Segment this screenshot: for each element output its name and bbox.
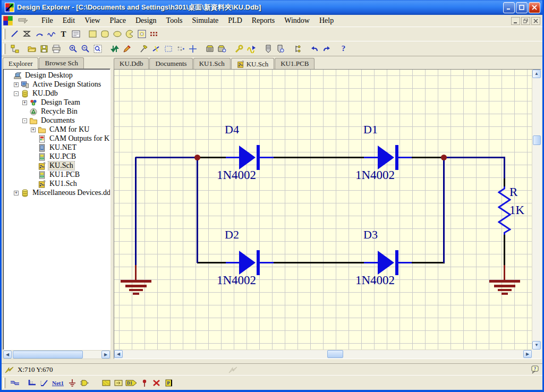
scroll-thumb[interactable] (327, 350, 343, 358)
doc-tab-ku-sch[interactable]: KU.Sch (231, 58, 275, 70)
part-D2[interactable]: 1N4002 (217, 274, 256, 287)
wire[interactable] (197, 262, 227, 263)
library-components-icon[interactable] (203, 43, 216, 55)
menu-hand-icon[interactable] (16, 16, 32, 25)
break-wire-icon[interactable] (150, 43, 162, 55)
tree-label[interactable]: KU1.Sch (48, 180, 78, 188)
array-paste-tool-icon[interactable] (148, 28, 160, 40)
pcb-directive-tool-icon[interactable]: P (163, 377, 175, 389)
menu-edit[interactable]: Edit (58, 15, 80, 26)
graphic-tool-icon[interactable] (135, 28, 148, 40)
tab-browse-sch[interactable]: Browse Sch (39, 57, 83, 69)
zoom-in-icon[interactable] (67, 43, 79, 55)
simulate-run-icon[interactable] (245, 43, 257, 55)
menu-file[interactable]: File (37, 15, 58, 26)
diode-lead[interactable] (226, 157, 240, 158)
expander[interactable]: - (14, 91, 19, 96)
tree-label[interactable]: Active Design Stations (31, 80, 102, 89)
tree-label[interactable]: KU.PCB (48, 152, 77, 161)
shield-find-icon[interactable] (274, 43, 286, 55)
scroll-down-arrow[interactable]: ▼ (532, 341, 541, 350)
diode-lead[interactable] (226, 262, 240, 263)
toolbar-grip[interactable] (3, 29, 6, 39)
tree-item-design-desktop[interactable]: Design Desktop (5, 71, 110, 80)
value-R[interactable]: 1K (509, 203, 524, 217)
diode-lead[interactable] (364, 262, 379, 263)
tree-item-recycle-bin[interactable]: Recycle Bin (5, 107, 110, 116)
text-frame-tool-icon[interactable] (70, 28, 82, 40)
scroll-right-arrow[interactable]: ▶ (101, 351, 110, 359)
panel-horizontal-scrollbar[interactable]: ◀ ▶ (3, 350, 110, 359)
bus-tool-icon[interactable] (26, 377, 38, 389)
tree-label[interactable]: KU.NET (48, 143, 78, 152)
cutter-icon[interactable] (138, 43, 150, 55)
menu-pld[interactable]: PLD (223, 15, 246, 26)
sheet-entry-tool-icon[interactable] (112, 377, 124, 389)
tree-item-miscellaneous-devices[interactable]: + Miscellaneous Devices.ddb (5, 189, 110, 197)
tree-label[interactable]: Design Desktop (24, 71, 74, 80)
tree-label[interactable]: Miscellaneous Devices.ddb (31, 189, 110, 197)
tree-item-ku-pcb[interactable]: KU.PCB (5, 152, 110, 161)
toolbar-grip[interactable] (3, 44, 6, 54)
part-D4[interactable]: 1N4002 (217, 168, 256, 182)
redo-icon[interactable] (320, 43, 333, 55)
diode-D1[interactable] (378, 144, 400, 171)
scroll-thumb[interactable] (13, 351, 83, 359)
wire[interactable] (504, 234, 505, 266)
tree-label[interactable]: Documents (40, 116, 76, 125)
wire-tool-icon[interactable] (8, 377, 21, 389)
diode-D4[interactable] (239, 144, 261, 171)
refdes-R[interactable]: R (509, 185, 517, 199)
tree-label[interactable]: KU.Ddb (31, 89, 59, 98)
print-icon[interactable] (50, 43, 62, 55)
navigate-updown-icon[interactable] (108, 43, 121, 55)
scroll-thumb[interactable] (533, 135, 541, 145)
minimize-button[interactable] (503, 2, 515, 13)
tree-item-ku1-sch[interactable]: KU1.Sch (5, 180, 110, 188)
expander[interactable]: - (22, 118, 27, 123)
title-bar[interactable]: Design Explorer - [C:\Documents and Sett… (2, 0, 542, 15)
save-icon[interactable] (38, 43, 50, 55)
crosshair-icon[interactable] (186, 43, 199, 55)
tree-label[interactable]: Recycle Bin (40, 107, 79, 116)
polygon-tool-icon[interactable] (21, 28, 33, 40)
refdes-D3[interactable]: D3 (363, 228, 378, 242)
scroll-left-arrow[interactable]: ◀ (114, 350, 123, 358)
tree-label[interactable]: KU1.PCB (48, 171, 81, 179)
scroll-left-arrow[interactable]: ◀ (3, 351, 12, 359)
zoom-area-icon[interactable] (91, 43, 104, 55)
port-tool-icon[interactable]: D1 (124, 377, 138, 389)
zoom-out-icon[interactable] (79, 43, 91, 55)
library-browse-icon[interactable] (216, 43, 228, 55)
pie-tool-icon[interactable] (123, 28, 135, 40)
scroll-right-arrow[interactable]: ▶ (523, 350, 532, 358)
wire[interactable] (135, 157, 137, 266)
expander[interactable]: + (14, 191, 19, 195)
rectangle-tool-icon[interactable] (87, 28, 99, 40)
edit-wand-icon[interactable] (121, 43, 133, 55)
doc-tab-ku1-pcb[interactable]: KU1.PCB (275, 58, 314, 69)
menu-place[interactable]: Place (105, 15, 131, 26)
expander[interactable]: + (31, 127, 36, 132)
tree-item-design-team[interactable]: + Design Team (5, 98, 110, 107)
menu-simulate[interactable]: Simulate (188, 15, 224, 26)
part-D3[interactable]: 1N4002 (355, 274, 395, 287)
tree-item-documents[interactable]: - Documents (5, 116, 110, 125)
tree-label[interactable]: CAM for KU (48, 125, 90, 134)
tree-item-ku1-pcb[interactable]: KU1.PCB (5, 171, 110, 179)
sheet-symbol-tool-icon[interactable] (100, 377, 112, 389)
ellipse-tool-icon[interactable] (111, 28, 123, 40)
tree-item-cam-outputs-for-ku[interactable]: CAM Outputs for KU (5, 134, 110, 143)
menu-tools[interactable]: Tools (162, 15, 188, 26)
junction-tool-icon[interactable] (138, 377, 150, 389)
tab-explorer[interactable]: Explorer (3, 57, 38, 69)
open-document-icon[interactable] (26, 43, 38, 55)
refdes-D4[interactable]: D4 (225, 123, 239, 137)
wire[interactable] (412, 262, 445, 263)
canvas-horizontal-scrollbar[interactable]: ◀ ▶ (114, 350, 532, 359)
scroll-up-arrow[interactable]: ▲ (532, 70, 541, 78)
bus-entry-tool-icon[interactable] (38, 377, 50, 389)
menu-app-icon[interactable] (3, 15, 13, 26)
no-erc-tool-icon[interactable] (150, 377, 163, 389)
arc-tool-icon[interactable] (33, 28, 45, 40)
